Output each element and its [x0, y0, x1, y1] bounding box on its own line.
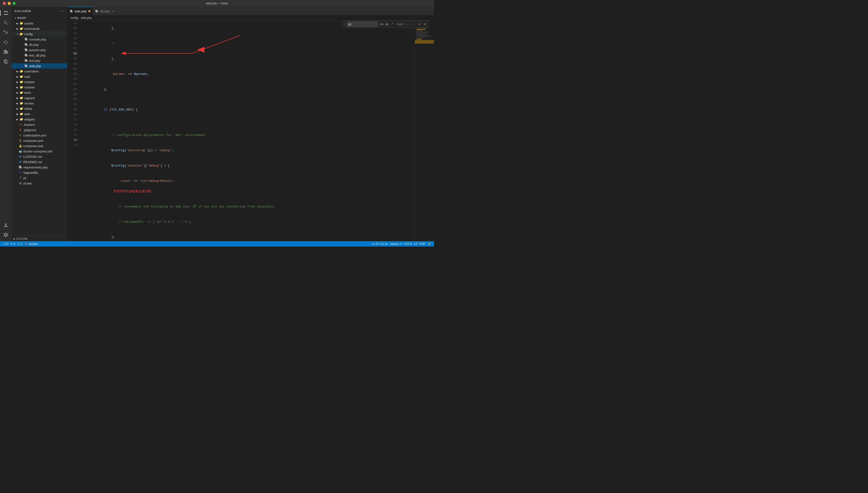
cursor-position[interactable]: Ln 75, Col 16 [371, 242, 388, 245]
breadcrumb-web-php[interactable]: web.php [81, 16, 92, 20]
sidebar-item-params-php[interactable]: 🐘 params.php [12, 47, 67, 52]
activity-search[interactable] [1, 18, 10, 27]
tab-close-icon[interactable]: ✕ [111, 9, 115, 13]
search-input[interactable] [347, 22, 378, 27]
sidebar-item-assets[interactable]: ▶ 📁 assets [12, 21, 67, 26]
match-case-button[interactable]: Aa [379, 22, 384, 27]
chevron-right-icon: ▶ [16, 91, 19, 94]
sidebar-item-docker-compose-yml[interactable]: 🐋 docker-compose.yml [12, 149, 67, 154]
sidebar-item-vagrantfile[interactable]: V Vagrantfile [12, 170, 67, 175]
sidebar-item-bowerrc[interactable]: ⬡ .bowerrc [12, 122, 67, 127]
sidebar-more-icon[interactable]: ··· [59, 9, 64, 13]
sidebar-item-requirements-php[interactable]: 🐘 requirements.php [12, 165, 67, 170]
sidebar-item-web-php[interactable]: 🐘 web.php [12, 63, 67, 69]
sidebar-item-label: requirements.php [23, 166, 48, 169]
folder-icon: 📁 [19, 27, 23, 30]
code-line-64: //'allowedIPs' => ['127.0.0.1', '::1'], [85, 214, 415, 230]
outline-section[interactable]: ▶ OUTLINE [12, 236, 67, 241]
code-line-55: 'params' => $params, [85, 66, 415, 82]
sidebar-item-composer-lock[interactable]: 🔒 composer.lock [12, 143, 67, 149]
sidebar-item-label: console.php [29, 38, 46, 41]
regex-button[interactable]: .* [390, 22, 394, 27]
php-icon: 🐘 [18, 165, 22, 169]
line-ending-item[interactable]: LF [413, 242, 418, 245]
activity-scm[interactable] [1, 28, 10, 37]
close-button[interactable] [3, 2, 6, 5]
sidebar-header: EXPLORER ··· [12, 7, 67, 15]
sidebar-item-test-php[interactable]: 🐘 test.php [12, 58, 67, 63]
status-bar: ⎇ 0 ✕ 0 ⚠ 0 🦘 Quokka Ln 75, Col 16 Space… [0, 241, 434, 246]
php-tab-icon: 🐘 [70, 10, 73, 13]
sidebar-item-test-db-php[interactable]: 🐘 test_db.php [12, 52, 67, 58]
sidebar-item-models[interactable]: ▶ 📁 models [12, 79, 67, 85]
whole-word-button[interactable]: ab [384, 22, 389, 27]
breadcrumb-sep: › [79, 17, 80, 19]
close-search-button[interactable]: ✕ [422, 22, 428, 27]
activity-remote[interactable] [1, 57, 10, 66]
chevron-right-icon: ▶ [16, 74, 19, 79]
activity-explorer[interactable] [1, 9, 10, 18]
sidebar-item-db-php[interactable]: 🐘 db.php [12, 42, 67, 47]
sidebar-item-commands[interactable]: ▶ 📁 commands [12, 26, 67, 31]
folder-icon: 📁 [19, 101, 23, 105]
sidebar-item-console-php[interactable]: 🐘 console.php [12, 37, 67, 42]
sidebar-item-gitignore[interactable]: ⊗ .gitignore [12, 127, 67, 133]
language-item[interactable]: PHP [419, 242, 426, 245]
minimize-button[interactable] [8, 2, 11, 5]
errors-item[interactable]: ✕ 0 [10, 242, 16, 245]
sidebar-section-basic[interactable]: ▾ BASIC [12, 15, 67, 21]
sidebar-item-composer-json[interactable]: {} composer.json [12, 138, 67, 143]
tab-web-php[interactable]: 🐘 web.php [67, 7, 93, 15]
code-content[interactable]: ], */ ], 'params' => $params, ]; [81, 21, 415, 241]
php-icon: 🐘 [24, 48, 28, 52]
sidebar-item-yii[interactable]: Y yii [12, 175, 67, 180]
activity-account[interactable] [1, 221, 10, 230]
sidebar-item-vendor[interactable]: ▶ 📁 vendor [12, 101, 67, 106]
vagrant-icon: V [18, 171, 22, 174]
folder-icon: 📁 [19, 74, 23, 79]
php-icon: 🐘 [24, 53, 28, 57]
feedback-item[interactable]: ⚡ [427, 242, 432, 245]
next-match-button[interactable]: ↓ [411, 22, 416, 27]
sidebar-item-label: .gitignore [23, 128, 36, 132]
sidebar-item-license-md[interactable]: M LICENSE.md [12, 154, 67, 159]
folder-icon: 📁 [19, 117, 23, 121]
line-number: 73 [67, 128, 79, 133]
sidebar-item-runtime[interactable]: ▶ 📁 runtime [12, 85, 67, 90]
activity-settings[interactable] [1, 231, 10, 239]
sidebar-item-views[interactable]: ▶ 📁 views [12, 106, 67, 111]
encoding-item[interactable]: UTF-8 [403, 242, 413, 245]
prev-match-button[interactable]: ↑ [405, 22, 410, 27]
activity-bottom [1, 221, 10, 241]
sidebar-item-web[interactable]: ▶ 📁 web [12, 111, 67, 116]
sidebar-item-config[interactable]: ▾ 📂 config [12, 31, 67, 37]
sidebar-item-widgets[interactable]: ▶ 📁 widgets [12, 116, 67, 122]
code-line-58: if (YII_ENV_DEV) { ◄ [85, 102, 415, 128]
git-branch-item[interactable]: ⎇ 0 [2, 242, 9, 245]
sidebar-item-yii-bat[interactable]: ⊞ yii.bat [12, 180, 67, 186]
sidebar-item-codeception-yml[interactable]: ≡ codeception.yml [12, 133, 67, 138]
sidebar-item-controllers[interactable]: ▶ 📁 controllers [12, 69, 67, 74]
spaces-item[interactable]: Spaces: 4 [389, 242, 403, 245]
line-number: 55 [67, 36, 79, 41]
chevron-right-icon: ▶ [16, 101, 19, 105]
git-icon: ⊗ [18, 128, 22, 132]
warnings-item[interactable]: ⚠ 0 [17, 242, 23, 245]
breadcrumb-config[interactable]: config [70, 16, 78, 20]
chevron-down-icon: ▾ [16, 32, 19, 36]
line-number: 65 [67, 87, 79, 92]
activity-extensions[interactable] [1, 47, 10, 56]
preserve-case-button[interactable]: ≡ [417, 22, 421, 27]
yaml-icon: ≡ [18, 133, 22, 137]
sidebar-item-vagrant[interactable]: ▶ 📁 vagrant [12, 95, 67, 101]
sidebar-item-tests[interactable]: ▶ 📁 tests [12, 90, 67, 95]
tab-db-php[interactable]: 🐘 db.php ✕ [93, 7, 117, 15]
chevron-right-icon: ▶ [16, 80, 19, 84]
sidebar-item-mail[interactable]: ▶ 📁 mail [12, 74, 67, 79]
quokka-item[interactable]: 🦘 Quokka [23, 242, 39, 245]
warning-count: 0 [21, 242, 22, 245]
sidebar-item-readme-md[interactable]: M README.md [12, 159, 67, 165]
maximize-button[interactable] [13, 2, 16, 5]
folder-icon: 📁 [19, 112, 23, 116]
activity-debug[interactable] [1, 38, 10, 46]
